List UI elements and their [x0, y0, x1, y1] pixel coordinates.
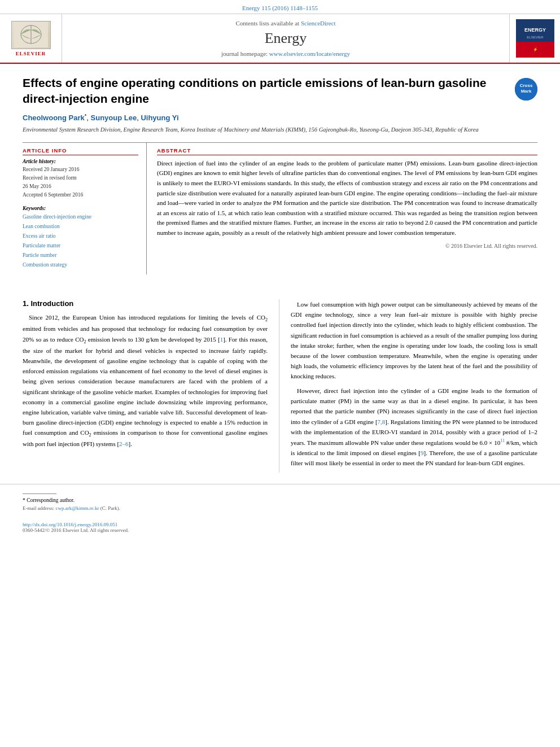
received-date: Received 20 January 2016: [23, 167, 80, 172]
abstract-text: Direct injection of fuel into the cylind…: [157, 159, 537, 238]
keyword-2: Lean combustion: [23, 222, 138, 231]
elsevier-brand-text: ELSEVIER: [16, 51, 46, 56]
svg-text:ENERGY: ENERGY: [524, 27, 545, 33]
copyright-line: © 2016 Elsevier Ltd. All rights reserved…: [157, 243, 537, 249]
page-footer: * Corresponding author. E-mail address: …: [0, 484, 560, 539]
received-revised-label: Received in revised form: [23, 175, 77, 181]
sciencedirect-link[interactable]: ScienceDirect: [301, 20, 336, 27]
page-container: Energy 115 (2016) 1148–1155 ELSEVIER: [0, 0, 560, 539]
top-citation-bar: Energy 115 (2016) 1148–1155: [0, 0, 560, 14]
intro-left-text: Since 2012, the European Union has intro…: [23, 312, 268, 449]
journal-header: ELSEVIER Contents lists available at Sci…: [0, 14, 560, 64]
left-column: 1. Introduction Since 2012, the European…: [23, 299, 279, 473]
article-title: Effects of engine operating conditions o…: [23, 75, 506, 107]
energy-logo: ENERGY ELSEVIER ⚡: [516, 19, 554, 58]
article-dates: Received 20 January 2016 Received in rev…: [23, 165, 138, 200]
issn-line: 0360-5442/© 2016 Elsevier Ltd. All right…: [23, 527, 537, 533]
revised-date: 26 May 2016: [23, 184, 51, 189]
article-info-abstract-section: ARTICLE INFO Article history: Received 2…: [23, 142, 537, 274]
abstract-label: ABSTRACT: [157, 147, 537, 155]
email-line: E-mail address: cwp.ark@kimm.re.kr (C. P…: [23, 505, 537, 511]
doi-link[interactable]: http://dx.doi.org/10.1016/j.energy.2016.…: [23, 522, 117, 527]
author-park: Cheolwoong Park: [23, 113, 85, 122]
footer-divider: [23, 493, 56, 494]
journal-title: Energy: [265, 30, 307, 47]
svg-text:⚡: ⚡: [532, 47, 537, 52]
crossmark-badge: Cross Mark: [515, 78, 537, 101]
elsevier-logo-area: ELSEVIER: [0, 14, 62, 63]
accepted-date: Accepted 6 September 2016: [23, 192, 83, 198]
intro-para-1: Since 2012, the European Union has intro…: [23, 312, 268, 449]
author-email[interactable]: cwp.ark@kimm.re.kr: [55, 505, 99, 511]
doi-line: http://dx.doi.org/10.1016/j.energy.2016.…: [23, 522, 537, 527]
authors-line: Cheolwoong Park*, Sunyoup Lee, Uihyung Y…: [23, 113, 537, 122]
intro-section-title: 1. Introduction: [23, 299, 268, 308]
article-info-column: ARTICLE INFO Article history: Received 2…: [23, 143, 147, 274]
journal-homepage: journal homepage: www.elsevier.com/locat…: [221, 50, 350, 57]
crossmark-icon: Cross Mark: [515, 78, 537, 101]
keywords-label: Keywords:: [23, 206, 138, 211]
energy-logo-area: ENERGY ELSEVIER ⚡: [509, 14, 560, 63]
svg-text:ELSEVIER: ELSEVIER: [527, 36, 544, 39]
keywords-list: Gasoline direct-injection engine Lean co…: [23, 212, 138, 270]
email-suffix: (C. Park).: [100, 505, 120, 511]
right-column: Low fuel consumption with high power out…: [279, 299, 537, 473]
article-history-label: Article history:: [23, 159, 138, 164]
elsevier-logo: ELSEVIER: [11, 21, 51, 56]
elsevier-tree-image: [11, 21, 51, 49]
intro-right-para-2: However, direct fuel injection into the …: [291, 386, 537, 468]
keyword-3: Excess air ratio: [23, 231, 138, 241]
journal-title-area: Contents lists available at ScienceDirec…: [62, 14, 509, 63]
email-label: E-mail address:: [23, 505, 54, 511]
keyword-5: Particle number: [23, 251, 138, 260]
affiliation: Environmental System Research Division, …: [23, 125, 537, 134]
corresponding-note: * Corresponding author.: [23, 497, 537, 503]
article-body: Effects of engine operating conditions o…: [0, 64, 560, 294]
contents-available-text: Contents lists available at ScienceDirec…: [235, 20, 335, 27]
author-yi: Uihyung Yi: [141, 113, 178, 122]
main-content-area: 1. Introduction Since 2012, the European…: [0, 299, 560, 473]
svg-text:Cross: Cross: [520, 83, 533, 88]
intro-right-text: Low fuel consumption with high power out…: [291, 299, 537, 468]
intro-right-para-1: Low fuel consumption with high power out…: [291, 299, 537, 381]
keyword-6: Combustion strategy: [23, 260, 138, 270]
abstract-column: ABSTRACT Direct injection of fuel into t…: [147, 143, 537, 274]
homepage-url[interactable]: www.elsevier.com/locate/energy: [269, 50, 350, 57]
svg-text:Mark: Mark: [521, 89, 532, 94]
keyword-4: Particulate matter: [23, 241, 138, 251]
citation-text: Energy 115 (2016) 1148–1155: [242, 5, 318, 11]
article-info-label: ARTICLE INFO: [23, 147, 138, 155]
author-lee: Sunyoup Lee: [91, 113, 137, 122]
keyword-1: Gasoline direct-injection engine: [23, 212, 138, 222]
article-title-section: Effects of engine operating conditions o…: [23, 75, 537, 107]
